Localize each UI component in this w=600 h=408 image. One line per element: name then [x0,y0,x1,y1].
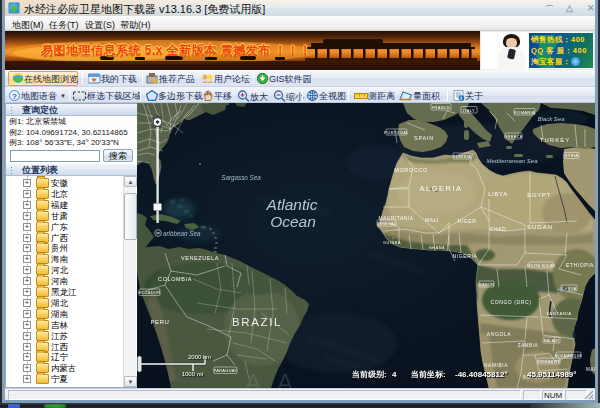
svg-text:?: ? [12,92,17,101]
